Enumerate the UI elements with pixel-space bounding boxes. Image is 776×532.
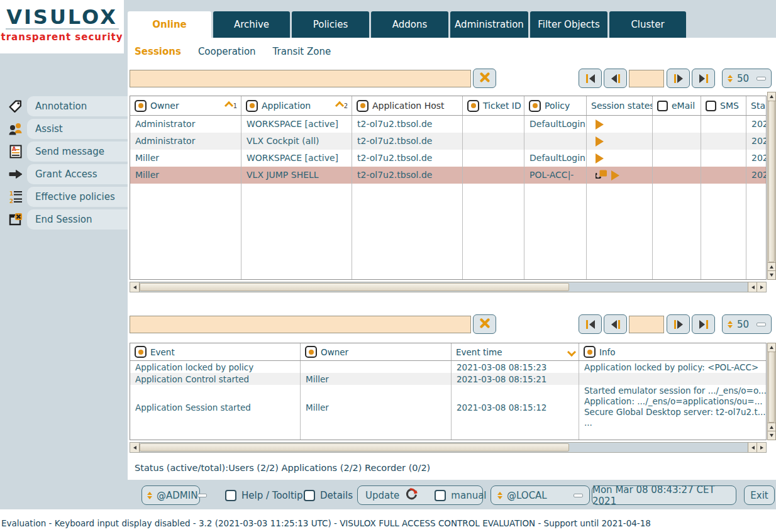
scroll-left-button[interactable] <box>748 282 757 292</box>
column-header-email[interactable]: eMail <box>653 96 701 115</box>
page-number-input[interactable] <box>629 316 664 333</box>
cell-session-states[interactable] <box>587 133 653 150</box>
sidebar-item-label[interactable]: End Session <box>27 209 128 230</box>
radio-dot-icon[interactable] <box>135 346 147 358</box>
exit-button[interactable]: Exit <box>744 485 775 505</box>
cell-ticket-id[interactable] <box>463 133 524 150</box>
page-size-select[interactable]: 50 <box>722 314 772 334</box>
cell-owner[interactable]: Miller <box>301 373 452 385</box>
cell-start[interactable]: 202 <box>746 167 767 184</box>
tab-addons[interactable]: Addons <box>371 11 448 38</box>
sidebar-item-assist[interactable]: Assist <box>0 119 128 139</box>
admin-select[interactable]: @ADMIN <box>141 485 200 505</box>
column-header-event[interactable]: Event <box>130 343 301 360</box>
update-label[interactable]: Update <box>365 490 399 501</box>
play-icon[interactable] <box>596 119 604 130</box>
sidebar-item-grant-access[interactable]: Grant Access <box>0 164 128 184</box>
session-row-selected[interactable]: Miller VLX JUMP SHELL t2-ol7u2.tbsol.de … <box>130 167 766 184</box>
radio-dot-icon[interactable] <box>584 346 596 358</box>
cell-event[interactable]: Application Session started <box>130 385 301 430</box>
cell-ticket-id[interactable] <box>463 116 524 133</box>
cell-event-time[interactable]: 2021-03-08 08:15:21 <box>452 373 579 385</box>
tab-filter-objects[interactable]: Filter Objects <box>530 11 607 38</box>
scroll-down-button[interactable] <box>768 431 775 440</box>
tab-cluster[interactable]: Cluster <box>609 11 686 38</box>
lock-open-icon[interactable] <box>596 167 608 184</box>
cell-owner[interactable]: Miller <box>130 167 241 184</box>
sidebar-item-end-session[interactable]: End Session <box>0 209 128 230</box>
sessions-filter-input[interactable] <box>130 70 471 87</box>
column-header-owner[interactable]: Owner <box>301 343 452 360</box>
sidebar-item-label[interactable]: Grant Access <box>27 164 128 184</box>
cell-ticket-id[interactable] <box>463 150 524 167</box>
cell-sms[interactable] <box>701 116 746 133</box>
scroll-down-button[interactable] <box>768 270 775 279</box>
session-row[interactable]: Administrator VLX Cockpit (all) t2-ol7u2… <box>130 133 766 150</box>
cell-owner[interactable]: Miller <box>130 150 241 167</box>
cell-application[interactable]: WORKSPACE [active] <box>241 116 352 133</box>
cell-policy[interactable]: DefaultLogin <box>524 150 587 167</box>
next-page-button[interactable] <box>667 314 690 334</box>
cell-event-time[interactable]: 2021-03-08 08:15:12 <box>452 385 579 430</box>
radio-dot-icon[interactable] <box>135 100 147 112</box>
column-header-session-states[interactable]: Session states <box>587 96 653 115</box>
column-header-sms[interactable]: SMS <box>701 96 746 115</box>
sidebar-item-label[interactable]: Send message <box>27 141 128 162</box>
scrollbar-thumb[interactable] <box>140 283 569 291</box>
subtab-sessions[interactable]: Sessions <box>135 46 181 57</box>
scrollbar-thumb[interactable] <box>768 101 775 262</box>
column-header-ticket-id[interactable]: Ticket ID <box>463 96 524 115</box>
cell-email[interactable] <box>653 167 701 184</box>
cell-email[interactable] <box>653 133 701 150</box>
checkbox-icon[interactable] <box>225 490 236 501</box>
cell-sms[interactable] <box>701 133 746 150</box>
cell-ticket-id[interactable] <box>463 167 524 184</box>
session-row[interactable]: Miller WORKSPACE [active] t2-ol7u2.tbsol… <box>130 150 766 167</box>
sidebar-item-annotation[interactable]: Annotation <box>0 96 128 116</box>
play-icon[interactable] <box>596 153 604 163</box>
sessions-vertical-scrollbar[interactable] <box>767 92 776 280</box>
last-page-button[interactable] <box>692 69 715 88</box>
event-row[interactable]: Application Control started Miller 2021-… <box>130 373 766 385</box>
cell-application-host[interactable]: t2-ol7u2.tbsol.de <box>352 133 463 150</box>
events-horizontal-scrollbar[interactable] <box>130 442 767 453</box>
column-header-info[interactable]: Info <box>579 343 767 360</box>
play-icon[interactable] <box>596 136 604 147</box>
tab-administration[interactable]: Administration <box>450 11 528 38</box>
help-tooltip-checkbox[interactable]: Help / Tooltip <box>225 485 303 505</box>
column-header-owner[interactable]: Owner 1 <box>130 96 241 115</box>
cell-info[interactable]: Application locked by policy: <POL-ACC> <box>579 361 767 373</box>
cell-owner[interactable]: Miller <box>301 385 452 430</box>
cell-owner[interactable]: Administrator <box>130 116 241 133</box>
cell-policy[interactable] <box>524 133 587 150</box>
sidebar-item-label[interactable]: Assist <box>27 119 128 139</box>
cell-application-host[interactable]: t2-ol7u2.tbsol.de <box>352 116 463 133</box>
manual-checkbox[interactable] <box>435 490 446 501</box>
cell-owner[interactable] <box>301 361 452 373</box>
events-filter-input[interactable] <box>130 316 471 333</box>
cell-session-states[interactable] <box>587 116 653 133</box>
cell-sms[interactable] <box>701 150 746 167</box>
cell-session-states[interactable] <box>587 167 653 184</box>
sidebar-item-label[interactable]: Annotation <box>27 96 128 116</box>
event-row[interactable]: Application locked by policy 2021-03-08 … <box>130 361 766 373</box>
cell-session-states[interactable] <box>587 150 653 167</box>
sidebar-item-send-message[interactable]: A Send message <box>0 141 128 162</box>
checkbox-icon[interactable] <box>706 101 716 111</box>
column-header-policy[interactable]: Policy <box>524 96 587 115</box>
sessions-horizontal-scrollbar[interactable] <box>130 282 767 292</box>
tab-online[interactable]: Online <box>128 11 211 38</box>
scroll-up-button[interactable] <box>768 262 775 271</box>
scroll-right-button[interactable] <box>757 443 766 452</box>
subtab-transit-zone[interactable]: Transit Zone <box>273 46 331 57</box>
cell-event[interactable]: Application locked by policy <box>130 361 301 373</box>
radio-dot-icon[interactable] <box>529 100 541 112</box>
column-header-application[interactable]: Application 2 <box>241 96 352 115</box>
radio-dot-icon[interactable] <box>246 100 258 112</box>
cell-event[interactable]: Application Control started <box>130 373 301 385</box>
sidebar-item-label[interactable]: Effective policies <box>27 187 128 207</box>
cell-info[interactable]: Started emulator session for .../_ens/o=… <box>579 385 767 430</box>
scroll-up-button[interactable] <box>768 343 775 352</box>
cell-start[interactable]: 202 <box>746 150 767 167</box>
page-size-select[interactable]: 50 <box>722 69 772 88</box>
